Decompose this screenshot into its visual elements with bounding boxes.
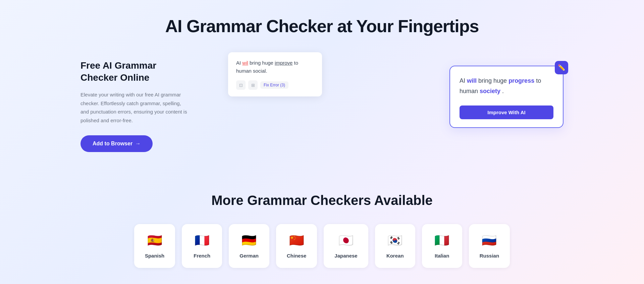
language-card-german[interactable]: 🇩🇪German — [229, 224, 269, 268]
add-to-browser-button[interactable]: Add to Browser → — [80, 135, 153, 152]
language-card-french[interactable]: 🇫🇷French — [182, 224, 222, 268]
german-flag-icon: 🇩🇪 — [241, 233, 257, 247]
language-card-chinese[interactable]: 🇨🇳Chinese — [276, 224, 317, 268]
progress-word: progress — [508, 77, 534, 84]
demo-area: AI wil bring huge improve to human socia… — [208, 52, 564, 159]
hero-section: Free AI Grammar Checker Online Elevate y… — [80, 52, 564, 159]
more-checkers-title: More Grammar Checkers Available — [211, 193, 433, 208]
japanese-label: Japanese — [334, 253, 357, 259]
language-card-russian[interactable]: 🇷🇺Russian — [469, 224, 510, 268]
language-card-japanese[interactable]: 🇯🇵Japanese — [324, 224, 368, 268]
copy-icon[interactable]: ⊡ — [236, 80, 246, 90]
original-text-card: AI wil bring huge improve to human socia… — [228, 52, 322, 96]
hero-left: Free AI Grammar Checker Online Elevate y… — [80, 60, 188, 152]
improved-text-card: ✏️ AI will bring huge progress to human … — [449, 66, 564, 128]
language-card-italian[interactable]: 🇮🇹Italian — [422, 224, 462, 268]
settings-icon[interactable]: ⊞ — [248, 80, 258, 90]
original-middle: bring huge — [250, 60, 275, 66]
original-text-content: AI wil bring huge improve to human socia… — [236, 59, 314, 75]
improved-prefix: AI — [460, 77, 467, 84]
italian-flag-icon: 🇮🇹 — [434, 233, 449, 247]
russian-flag-icon: 🇷🇺 — [482, 233, 497, 247]
language-card-korean[interactable]: 🇰🇷Korean — [375, 224, 415, 268]
page-title: AI Grammar Checker at Your Fingertips — [165, 16, 479, 36]
language-grid: 🇪🇸Spanish🇫🇷French🇩🇪German🇨🇳Chinese🇯🇵Japa… — [80, 224, 564, 268]
russian-label: Russian — [480, 253, 499, 259]
spanish-flag-icon: 🇪🇸 — [147, 233, 162, 247]
japanese-flag-icon: 🇯🇵 — [338, 233, 354, 247]
hero-description: Elevate your writing with our free AI gr… — [80, 90, 188, 125]
improved-middle1: bring huge — [478, 77, 508, 84]
add-to-browser-label: Add to Browser — [93, 141, 132, 147]
hero-subtitle: Free AI Grammar Checker Online — [80, 60, 188, 84]
french-label: French — [194, 253, 210, 259]
more-checkers-section: More Grammar Checkers Available 🇪🇸Spanis… — [80, 193, 564, 268]
french-flag-icon: 🇫🇷 — [195, 233, 210, 247]
german-label: German — [239, 253, 259, 259]
ai-badge-icon: ✏️ — [555, 61, 568, 74]
korean-flag-icon: 🇰🇷 — [387, 233, 402, 247]
error-word: wil — [242, 60, 248, 66]
arrow-icon: → — [135, 141, 141, 147]
chinese-label: Chinese — [287, 253, 306, 259]
society-word: society — [480, 88, 500, 94]
italian-label: Italian — [435, 253, 449, 259]
language-card-spanish[interactable]: 🇪🇸Spanish — [134, 224, 175, 268]
spanish-label: Spanish — [145, 253, 164, 259]
chinese-flag-icon: 🇨🇳 — [289, 233, 304, 247]
improve-with-ai-button[interactable]: Improve With AI — [460, 105, 553, 119]
improved-text-content: AI will bring huge progress to human soc… — [460, 76, 553, 96]
fix-error-button[interactable]: Fix Error (3) — [260, 81, 288, 89]
underline-word: improve — [275, 60, 292, 66]
will-word: will — [467, 77, 477, 84]
card-footer: ⊡ ⊞ Fix Error (3) — [236, 80, 314, 90]
page-wrapper: AI Grammar Checker at Your Fingertips Fr… — [0, 0, 644, 268]
korean-label: Korean — [386, 253, 404, 259]
improved-suffix: . — [502, 88, 504, 94]
original-prefix: AI — [236, 60, 242, 66]
